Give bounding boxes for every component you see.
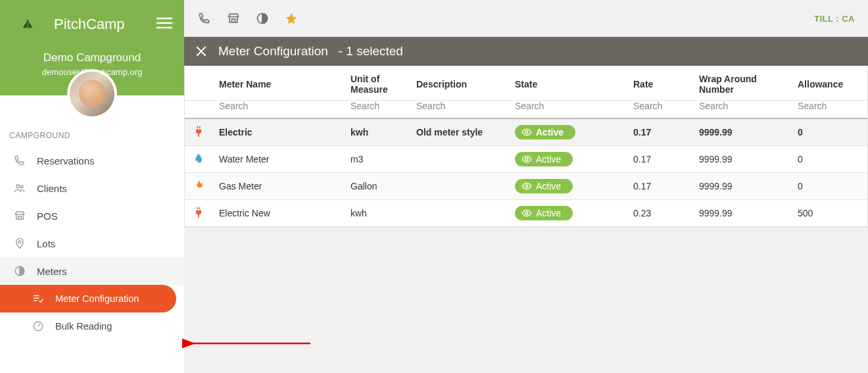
col-header[interactable]: Meter Name [212, 66, 344, 101]
campground-name: Demo Campground [13, 51, 171, 64]
svg-point-6 [20, 186, 23, 188]
water-icon [191, 151, 206, 166]
cell-rate: 0.17 [627, 173, 692, 200]
sidebar-item-pos[interactable]: POS [0, 202, 184, 230]
people-icon [13, 182, 26, 195]
sidebar-item-label: Clients [37, 183, 67, 194]
menu-toggle-button[interactable] [157, 17, 172, 31]
cell-description [410, 200, 508, 227]
playlist-check-icon [32, 292, 45, 305]
main: TILL : CA Meter Configuration - 1 select… [184, 0, 868, 373]
close-icon[interactable] [195, 45, 208, 58]
col-header[interactable]: Unit of Measure [344, 66, 410, 101]
eye-icon [521, 154, 532, 164]
table-body: ElectrickwhOld meter styleActive0.179999… [185, 118, 868, 227]
svg-point-17 [525, 158, 528, 161]
eye-icon [521, 127, 532, 137]
col-search[interactable]: Search [508, 101, 627, 119]
page-title: Meter Configuration - 1 selected [218, 44, 403, 59]
col-search[interactable]: Search [692, 101, 791, 119]
sidebar-item-bulk-reading[interactable]: Bulk Reading [0, 312, 184, 340]
contrast-icon[interactable] [255, 11, 270, 26]
col-search[interactable]: Search [627, 101, 692, 119]
cell-state: Active [508, 118, 627, 146]
status-badge: Active [515, 179, 573, 193]
phone-icon [13, 154, 26, 167]
cell-state: Active [508, 200, 627, 227]
cell-unit: m3 [344, 146, 410, 173]
col-search[interactable]: Search [344, 101, 410, 119]
avatar[interactable] [67, 69, 117, 119]
brand-name: PitchCamp [54, 16, 125, 33]
sidebar-item-label: Lots [37, 238, 55, 249]
plug-icon [191, 205, 206, 220]
sidebar-item-meter-configuration[interactable]: Meter Configuration [0, 285, 176, 312]
gauge-icon [32, 320, 45, 333]
cell-unit: kwh [344, 200, 410, 227]
col-header[interactable]: State [508, 66, 627, 101]
status-badge: Active [515, 152, 573, 166]
svg-point-7 [18, 241, 21, 243]
sidebar-item-lots[interactable]: Lots [0, 230, 184, 257]
col-header[interactable]: Description [410, 66, 508, 101]
sidebar-item-label: Meter Configuration [55, 293, 139, 304]
svg-point-5 [16, 185, 20, 188]
selection-count: - 1 selected [339, 44, 403, 58]
svg-point-16 [525, 131, 528, 134]
till-label: TILL : CA [814, 14, 855, 24]
store-icon [13, 209, 26, 222]
pin-icon [13, 237, 26, 250]
table-search-row: SearchSearchSearchSearchSearchSearchSear… [185, 101, 868, 119]
col-header[interactable]: Wrap Around Number [692, 66, 791, 101]
meter-table: Meter NameUnit of MeasureDescriptionStat… [184, 66, 868, 228]
svg-point-18 [525, 185, 528, 187]
plug-icon [191, 124, 206, 139]
col-header[interactable]: Rate [627, 66, 692, 101]
table-row[interactable]: ElectrickwhOld meter styleActive0.179999… [185, 118, 868, 146]
tent-logo-icon [13, 13, 42, 36]
sidebar-item-label: Meters [37, 266, 67, 277]
sidebar: PitchCamp Demo Campground demouser@pitch… [0, 0, 184, 373]
cell-description [410, 146, 508, 173]
cell-rate: 0.23 [627, 200, 692, 227]
cell-description [410, 173, 508, 200]
cell-allowance: 0 [791, 118, 868, 146]
col-search[interactable]: Search [410, 101, 508, 119]
cell-wrap: 9999.99 [692, 173, 791, 200]
status-badge: Active [515, 125, 575, 139]
col-search[interactable]: Search [212, 101, 344, 119]
table-header-row: Meter NameUnit of MeasureDescriptionStat… [185, 66, 868, 101]
cell-name: Water Meter [212, 146, 344, 173]
eye-icon [521, 181, 532, 191]
sidebar-nav: ReservationsClientsPOSLotsMetersMeter Co… [0, 147, 184, 340]
cell-name: Electric [212, 118, 344, 146]
sidebar-item-clients[interactable]: Clients [0, 174, 184, 202]
sidebar-item-reservations[interactable]: Reservations [0, 147, 184, 174]
cell-allowance: 0 [791, 146, 868, 173]
table-row[interactable]: Electric NewkwhActive0.239999.99500 [185, 200, 868, 227]
phone-icon[interactable] [197, 11, 212, 26]
cell-wrap: 9999.99 [692, 146, 791, 173]
topbar: TILL : CA [184, 0, 868, 37]
svg-point-19 [525, 212, 528, 214]
cell-description: Old meter style [410, 118, 508, 146]
cell-name: Electric New [212, 200, 344, 227]
col-search[interactable]: Search [791, 101, 868, 119]
col-header[interactable]: Allowance [791, 66, 868, 101]
cell-rate: 0.17 [627, 146, 692, 173]
circle-half-icon [13, 264, 26, 278]
sidebar-item-meters[interactable]: Meters [0, 257, 184, 285]
store-icon[interactable] [226, 11, 241, 26]
cell-unit: kwh [344, 118, 410, 146]
table-row[interactable]: Water Meterm3Active0.179999.990 [185, 146, 868, 173]
sidebar-item-label: POS [37, 211, 58, 222]
star-icon[interactable] [284, 11, 299, 26]
cell-state: Active [508, 173, 627, 200]
avatar-container [0, 69, 184, 119]
cell-rate: 0.17 [627, 118, 692, 146]
cell-allowance: 500 [791, 200, 868, 227]
flame-icon [191, 178, 206, 193]
cell-unit: Gallon [344, 173, 410, 200]
sidebar-section-label: CAMPGROUND [0, 119, 184, 147]
table-row[interactable]: Gas MeterGallonActive0.179999.990 [185, 173, 868, 200]
